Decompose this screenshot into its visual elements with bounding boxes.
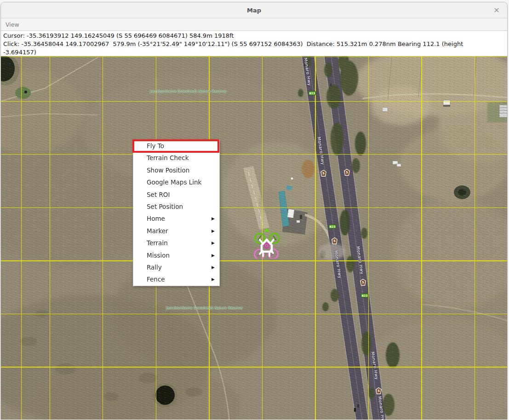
route-shield-b23: B23 — [361, 293, 368, 298]
map-window: Map × View Cursor: -35.36193912 149.1624… — [0, 2, 508, 420]
close-icon[interactable]: × — [492, 5, 502, 15]
menu-item-show-position[interactable]: Show Position — [133, 164, 219, 176]
map-context-menu: Fly To Terrain Check Show Position Googl… — [133, 139, 220, 286]
menu-item-terrain[interactable]: Terrain▶ — [133, 237, 219, 249]
place-label: Jerrabomberra Grasslands Nature Reserve — [148, 89, 229, 93]
window-title: Map — [247, 7, 261, 14]
place-label: Jerrabomberra Grasslands Nature Reserve — [164, 306, 245, 310]
menu-item-fly-to[interactable]: Fly To — [133, 140, 219, 152]
menu-item-marker[interactable]: Marker▶ — [133, 225, 219, 237]
cursor-position-text: Cursor: -35.36193912 149.16245049 (S 55 … — [3, 32, 507, 40]
menu-item-mission[interactable]: Mission▶ — [133, 249, 219, 261]
status-bar: Cursor: -35.36193912 149.16245049 (S 55 … — [1, 31, 507, 57]
menu-item-set-roi[interactable]: Set ROI — [133, 189, 219, 201]
click-position-text-wrap: -3.694157) — [3, 48, 507, 57]
menu-item-rally[interactable]: Rally▶ — [133, 261, 219, 273]
submenu-arrow-icon: ▶ — [212, 225, 215, 237]
submenu-arrow-icon: ▶ — [212, 237, 215, 249]
submenu-arrow-icon: ▶ — [212, 249, 215, 261]
menu-view[interactable]: View — [1, 18, 24, 30]
submenu-arrow-icon: ▶ — [212, 261, 215, 273]
menu-bar: View — [1, 18, 507, 31]
menu-item-google-maps-link[interactable]: Google Maps Link — [133, 176, 219, 188]
map-canvas[interactable]: Jerrabomberra Grasslands Nature Reserve … — [1, 56, 507, 420]
submenu-arrow-icon: ▶ — [212, 273, 215, 285]
click-position-text: Click: -35.36458044 149.17002967 579.9m … — [3, 40, 507, 48]
menu-item-fence[interactable]: Fence▶ — [133, 273, 219, 285]
menu-item-terrain-check[interactable]: Terrain Check — [133, 152, 219, 164]
menu-item-set-position[interactable]: Set Position — [133, 201, 219, 213]
route-shield-b23: B23 — [309, 91, 316, 95]
menu-item-home[interactable]: Home▶ — [133, 213, 219, 224]
submenu-arrow-icon: ▶ — [212, 213, 215, 224]
title-bar: Map × — [1, 2, 507, 18]
route-shield-b23: B23 — [329, 224, 336, 229]
drone-icon — [254, 227, 280, 259]
